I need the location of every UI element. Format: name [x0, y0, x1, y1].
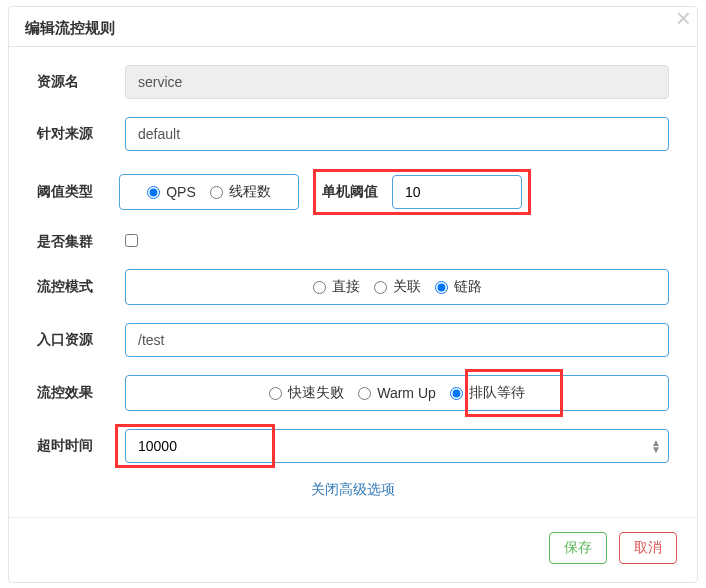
save-button[interactable]: 保存	[549, 532, 607, 564]
row-entry-resource: 入口资源	[37, 323, 669, 357]
radio-queue-label: 排队等待	[469, 384, 525, 402]
label-control-effect: 流控效果	[37, 384, 119, 402]
radio-warm-up-label: Warm Up	[377, 385, 436, 401]
label-cluster: 是否集群	[37, 233, 119, 251]
radio-direct-label: 直接	[332, 278, 360, 296]
label-threshold-value: 单机阈值	[322, 183, 378, 201]
radio-threads-label: 线程数	[229, 183, 271, 201]
label-resource-name: 资源名	[37, 73, 119, 91]
modal-body: 资源名 service 针对来源 阈值类型 QPS	[9, 47, 697, 517]
entry-resource-input[interactable]	[125, 323, 669, 357]
radio-relate[interactable]: 关联	[374, 278, 421, 296]
modal-title: 编辑流控规则	[25, 19, 681, 38]
radio-warm-up-input[interactable]	[358, 387, 371, 400]
row-control-effect: 流控效果 快速失败 Warm Up 排队等待	[37, 375, 669, 411]
radio-fast-fail-label: 快速失败	[288, 384, 344, 402]
radio-fast-fail-input[interactable]	[269, 387, 282, 400]
radio-threads[interactable]: 线程数	[210, 183, 271, 201]
label-timeout: 超时时间	[37, 437, 119, 455]
radio-chain-label: 链路	[454, 278, 482, 296]
resource-name-display: service	[125, 65, 669, 99]
modal-header: 编辑流控规则	[9, 7, 697, 47]
radio-chain-input[interactable]	[435, 281, 448, 294]
radio-threads-input[interactable]	[210, 186, 223, 199]
radio-queue[interactable]: 排队等待	[450, 384, 525, 402]
radio-relate-label: 关联	[393, 278, 421, 296]
modal-footer: 保存 取消	[9, 517, 697, 582]
label-threshold-type: 阈值类型	[37, 183, 119, 201]
radio-relate-input[interactable]	[374, 281, 387, 294]
radio-qps-input[interactable]	[147, 186, 160, 199]
row-cluster: 是否集群	[37, 233, 669, 251]
row-resource-name: 资源名 service	[37, 65, 669, 99]
control-mode-group: 直接 关联 链路	[125, 269, 669, 305]
radio-queue-input[interactable]	[450, 387, 463, 400]
threshold-type-group: QPS 线程数	[119, 174, 299, 210]
limit-app-input[interactable]	[125, 117, 669, 151]
radio-direct-input[interactable]	[313, 281, 326, 294]
radio-chain[interactable]: 链路	[435, 278, 482, 296]
cluster-checkbox[interactable]	[125, 234, 138, 247]
row-control-mode: 流控模式 直接 关联 链路	[37, 269, 669, 305]
flow-rule-modal: × 编辑流控规则 资源名 service 针对来源 阈值类型 QPS	[8, 6, 698, 583]
timeout-input[interactable]	[125, 429, 669, 463]
radio-qps[interactable]: QPS	[147, 184, 196, 200]
control-effect-group: 快速失败 Warm Up 排队等待	[125, 375, 669, 411]
radio-direct[interactable]: 直接	[313, 278, 360, 296]
row-threshold: 阈值类型 QPS 线程数 单机阈值	[37, 169, 669, 215]
radio-warm-up[interactable]: Warm Up	[358, 385, 436, 401]
threshold-value-input[interactable]	[392, 175, 522, 209]
radio-qps-label: QPS	[166, 184, 196, 200]
collapse-advanced-link[interactable]: 关闭高级选项	[37, 481, 669, 499]
label-entry-resource: 入口资源	[37, 331, 119, 349]
label-control-mode: 流控模式	[37, 278, 119, 296]
label-limit-app: 针对来源	[37, 125, 119, 143]
cancel-button[interactable]: 取消	[619, 532, 677, 564]
threshold-value-highlight: 单机阈值	[313, 169, 531, 215]
row-timeout: 超时时间 ▲▼	[37, 429, 669, 463]
row-limit-app: 针对来源	[37, 117, 669, 151]
radio-fast-fail[interactable]: 快速失败	[269, 384, 344, 402]
